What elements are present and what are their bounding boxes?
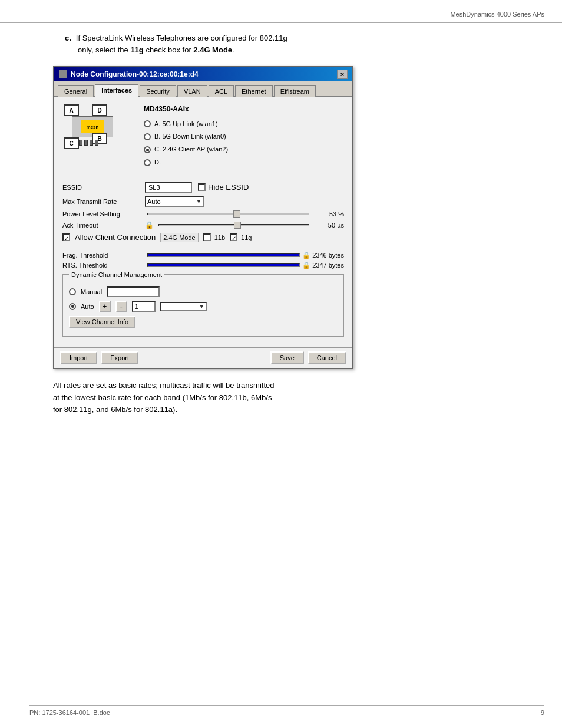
tab-interfaces[interactable]: Interfaces — [95, 84, 138, 97]
radio-c-label: C. 2.4G Client AP (wlan2) — [154, 144, 228, 156]
connector-1 — [79, 140, 82, 146]
dcm-plus-button[interactable]: + — [99, 301, 111, 312]
port-d: D — [92, 104, 107, 116]
rts-threshold-row: RTS. Threshold 🔒 2347 bytes — [62, 262, 344, 269]
ack-timeout-value: 50 µs — [312, 222, 344, 229]
dcm-minus-button[interactable]: - — [115, 301, 127, 312]
dcm-auto-radio[interactable] — [69, 303, 76, 310]
dcm-manual-label: Manual — [81, 288, 102, 295]
mode-11g-group: 11g — [230, 233, 252, 241]
intro-paragraph: c.If SpectraLink Wireless Telephones are… — [65, 32, 544, 55]
page-footer: PN: 1725-36164-001_B.doc 9 — [29, 705, 544, 716]
mode-11b-label: 11b — [214, 234, 225, 241]
ack-timeout-row: Ack Timeout 🔒 50 µs — [62, 221, 344, 229]
power-level-value: 53 % — [312, 210, 344, 218]
select-arrow: ▼ — [196, 199, 201, 205]
below-line1: All rates are set as basic rates; multic… — [53, 381, 274, 390]
frag-icon: 🔒 — [302, 252, 310, 259]
connector-4 — [95, 140, 98, 146]
dialog-footer: Import Export Save Cancel — [54, 347, 352, 368]
frag-threshold-row: Frag. Threshold 🔒 2346 bytes — [62, 252, 344, 259]
tab-general[interactable]: General — [58, 85, 94, 97]
hide-essid-checkbox[interactable] — [198, 183, 206, 191]
dcm-manual-input[interactable] — [107, 286, 160, 297]
mode-11g-label: 11g — [241, 234, 252, 241]
footer-left-text: PN: 1725-36164-001_B.doc — [29, 709, 110, 716]
form-section: ESSID Hide ESSID Max Transmit Rate Auto … — [62, 177, 344, 337]
max-transmit-label: Max Transmit Rate — [62, 198, 145, 205]
radio-a-label: A. 5G Up Link (wlan1) — [154, 118, 218, 130]
radio-b-label: B. 5G Down Link (wlan0) — [154, 131, 226, 143]
mesh-icon: mesh — [81, 120, 104, 133]
dcm-select-arrow: ▼ — [199, 304, 204, 309]
mode-11b-checkbox[interactable] — [203, 233, 211, 241]
tab-acl[interactable]: ACL — [209, 85, 234, 97]
essid-label: ESSID — [62, 184, 145, 191]
essid-row: ESSID Hide ESSID — [62, 182, 344, 193]
max-transmit-select[interactable]: Auto ▼ — [145, 196, 204, 207]
frag-threshold-track[interactable] — [147, 253, 300, 257]
radio-d[interactable] — [144, 159, 151, 166]
dcm-auto-value-input[interactable] — [132, 301, 156, 312]
radio-a[interactable] — [144, 120, 151, 127]
radio-option-d: D. — [144, 157, 228, 169]
rts-icon: 🔒 — [302, 262, 310, 269]
dcm-auto-row: Auto + - ▼ — [69, 301, 338, 312]
tab-vlan[interactable]: VLAN — [177, 85, 207, 97]
tab-security[interactable]: Security — [140, 85, 176, 97]
dcm-auto-select[interactable]: ▼ — [160, 302, 207, 311]
max-transmit-row: Max Transmit Rate Auto ▼ — [62, 196, 344, 207]
dcm-title: Dynamic Channel Management — [69, 271, 164, 278]
import-button[interactable]: Import — [60, 351, 97, 364]
tab-effistream[interactable]: Effistream — [274, 85, 316, 97]
footer-right: Save Cancel — [270, 351, 346, 364]
frag-threshold-label: Frag. Threshold — [62, 252, 145, 259]
view-channel-button[interactable]: View Channel Info — [69, 316, 135, 328]
header-text: MeshDynamics 4000 Series APs — [450, 11, 544, 18]
page-content: c.If SpectraLink Wireless Telephones are… — [29, 32, 544, 416]
view-channel-row: View Channel Info — [69, 316, 338, 328]
intro-text1: If SpectraLink Wireless Telephones are c… — [76, 34, 287, 42]
mode-2g-label: 2.4G Mode — [160, 233, 198, 242]
below-line2: at the lowest basic rate for each band (… — [53, 393, 272, 402]
power-level-label: Power Level Setting — [62, 210, 145, 218]
dcm-manual-radio[interactable] — [69, 288, 76, 295]
bullet-c: c. — [65, 34, 71, 42]
close-button[interactable]: × — [337, 70, 348, 79]
power-level-thumb[interactable] — [233, 210, 240, 218]
save-button[interactable]: Save — [270, 351, 304, 364]
below-line3: for 802.11g, and 6Mb/s for 802.11a). — [53, 405, 177, 414]
power-level-track[interactable] — [147, 213, 309, 215]
dialog-body: A D mesh C B MD4350-AAIx — [54, 97, 352, 347]
rts-threshold-track[interactable] — [147, 263, 300, 267]
mode-11g-checkbox[interactable] — [230, 233, 237, 241]
ack-timeout-label: Ack Timeout — [62, 222, 145, 229]
ack-timeout-thumb[interactable] — [234, 222, 241, 229]
footer-left: Import Export — [60, 351, 138, 364]
dialog-titlebar: Node Configuration-00:12:ce:00:1e:d4 × — [54, 67, 352, 81]
radio-b[interactable] — [144, 133, 151, 140]
dialog-title: Node Configuration-00:12:ce:00:1e:d4 — [71, 70, 199, 78]
spacer — [62, 247, 344, 252]
allow-client-label: Allow Client Connection — [75, 233, 156, 242]
power-level-row: Power Level Setting 53 % — [62, 210, 344, 218]
node-config-dialog: Node Configuration-00:12:ce:00:1e:d4 × G… — [53, 66, 353, 369]
rts-threshold-value: 🔒 2347 bytes — [302, 262, 344, 269]
connectors — [79, 140, 98, 146]
radio-c[interactable] — [144, 146, 151, 153]
tab-ethernet[interactable]: Ethernet — [235, 85, 273, 97]
radio-option-a: A. 5G Up Link (wlan1) — [144, 118, 228, 130]
dcm-manual-row: Manual — [69, 286, 338, 297]
hide-essid-label: Hide ESSID — [208, 183, 249, 192]
essid-input[interactable] — [145, 182, 192, 193]
hide-essid-group: Hide ESSID — [198, 183, 249, 192]
port-a: A — [64, 104, 79, 116]
cancel-button[interactable]: Cancel — [308, 351, 346, 364]
ack-timeout-track[interactable] — [158, 224, 309, 226]
allow-client-checkbox[interactable] — [62, 233, 70, 241]
mode-11b-group: 11b — [203, 233, 225, 241]
connector-3 — [90, 140, 93, 146]
header-divider — [0, 22, 562, 23]
export-button[interactable]: Export — [101, 351, 138, 364]
connector-2 — [84, 140, 88, 146]
